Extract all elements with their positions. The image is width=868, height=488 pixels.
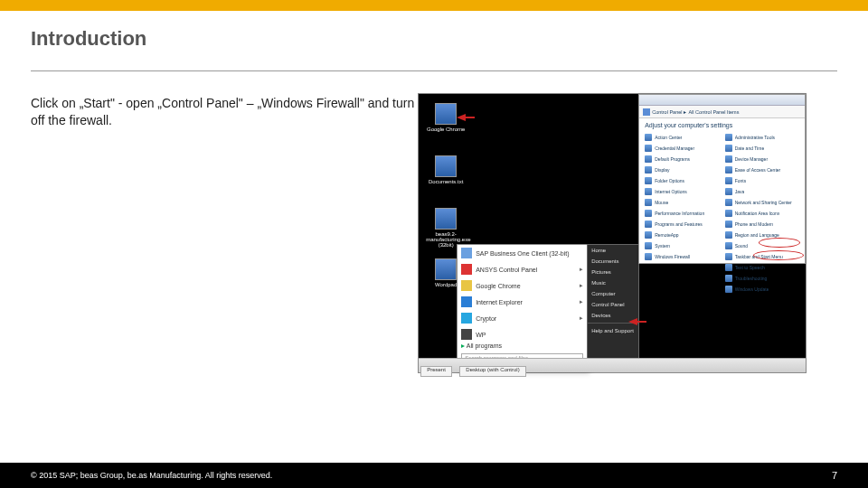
cp-item-label: Java <box>735 189 745 194</box>
start-menu-item-label: Google Chrome <box>476 283 520 289</box>
cp-item-icon <box>645 145 652 152</box>
cp-item-icon <box>645 199 652 206</box>
all-programs-link[interactable]: ▸ All programs <box>461 342 502 350</box>
right-panel-item[interactable]: Music <box>588 277 638 288</box>
all-programs-label: All programs <box>467 343 502 349</box>
control-panel-item[interactable]: System <box>645 240 720 250</box>
control-panel-item[interactable]: Fonts <box>725 175 800 185</box>
right-panel-item[interactable]: Documents <box>588 256 638 267</box>
cp-item-label: Text to Speech <box>735 265 765 270</box>
cp-item-label: RemoteApp <box>655 232 678 238</box>
breadcrumb-segment: Control Panel <box>652 109 682 115</box>
brand-top-bar <box>0 0 868 11</box>
control-panel-item[interactable]: Text to Speech <box>725 262 800 272</box>
annotation-arrow-icon <box>457 114 466 121</box>
control-panel-item[interactable]: Network and Sharing Center <box>725 197 800 207</box>
cp-item-icon <box>645 210 652 217</box>
control-panel-item[interactable]: Troubleshooting <box>725 273 800 283</box>
cp-item-label: Folder Options <box>655 178 684 183</box>
chrome-icon <box>435 103 457 125</box>
start-menu-item[interactable]: ANSYS Control Panel▸ <box>458 261 587 277</box>
control-panel-item[interactable]: Date and Time <box>725 143 800 153</box>
control-panel-item[interactable]: Display <box>645 164 720 174</box>
control-panel-item[interactable]: RemoteApp <box>645 230 720 239</box>
control-panel-item[interactable]: Performance Information <box>645 208 720 218</box>
control-panel-item[interactable]: Mouse <box>645 197 720 207</box>
start-menu-item[interactable]: Cryptor▸ <box>458 310 587 326</box>
text-file-icon <box>435 155 457 177</box>
cp-item-label: Region and Language <box>735 232 779 238</box>
app-icon <box>461 329 472 340</box>
control-panel-item[interactable]: Default Programs <box>645 154 720 164</box>
control-panel-item[interactable] <box>645 273 720 283</box>
content-row: Click on „Start" - open „Control Panel" … <box>0 71 868 373</box>
desktop-icon-label: Google Chrome <box>426 127 466 132</box>
cp-item-label: Phone and Modem <box>735 221 773 227</box>
page-number: 7 <box>832 470 837 481</box>
start-menu-item[interactable]: WP <box>458 326 587 343</box>
control-panel-item[interactable]: Java <box>725 186 800 196</box>
control-panel-item[interactable]: Credential Manager <box>645 143 720 153</box>
cp-item-icon <box>725 210 732 217</box>
control-panel-item[interactable]: Windows Update <box>725 284 800 294</box>
control-panel-item[interactable]: Programs and Features <box>645 219 720 229</box>
cp-item-icon <box>725 286 732 293</box>
slide-title: Introduction <box>31 27 868 51</box>
right-panel-item[interactable]: Home <box>588 245 638 256</box>
app-icon <box>461 280 472 291</box>
cp-item-icon <box>725 134 732 141</box>
desktop-icon: Google Chrome <box>426 103 466 143</box>
right-panel-item-control-panel[interactable]: Control Panel <box>588 299 638 310</box>
start-menu-item-label: WP <box>476 332 486 338</box>
control-panel-item[interactable] <box>645 262 720 272</box>
control-panel-item[interactable]: Internet Options <box>645 186 720 196</box>
cp-item-icon <box>645 166 652 174</box>
cp-item-icon <box>645 155 652 163</box>
cp-item-label: Display <box>655 167 669 173</box>
cp-item-label: Notification Area Icons <box>735 211 780 216</box>
app-icon <box>461 248 472 258</box>
start-menu: SAP Business One Client (32-bit) ANSYS C… <box>457 244 588 371</box>
control-panel-item[interactable]: Folder Options <box>645 175 720 185</box>
app-icon <box>461 296 472 307</box>
cp-item-icon <box>645 253 652 260</box>
taskbar-button[interactable]: Present <box>420 366 452 377</box>
chevron-right-icon: ▸ <box>580 314 583 322</box>
start-menu-item-label: SAP Business One Client (32-bit) <box>476 250 569 257</box>
cp-item-label: Fonts <box>735 178 747 183</box>
right-panel-item[interactable]: Pictures <box>588 267 638 277</box>
annotation-arrow-icon <box>628 318 637 325</box>
cp-item-icon <box>725 166 732 174</box>
instruction-text: Click on „Start" - open „Control Panel" … <box>31 93 418 373</box>
control-panel-item[interactable]: Notification Area Icons <box>725 208 800 218</box>
cp-item-icon <box>725 231 732 239</box>
start-menu-item[interactable]: Internet Explorer▸ <box>458 294 587 310</box>
cp-item-icon <box>725 221 732 228</box>
right-panel-item[interactable]: Computer <box>588 288 638 299</box>
cp-item-icon <box>645 231 652 239</box>
cp-item-icon <box>645 242 652 249</box>
breadcrumb[interactable]: Control Panel ▸ All Control Panel Items <box>639 106 805 118</box>
start-menu-item[interactable]: Google Chrome▸ <box>458 277 587 294</box>
start-menu-item[interactable]: SAP Business One Client (32-bit) <box>458 245 587 261</box>
control-panel-item[interactable]: Phone and Modem <box>725 219 800 229</box>
right-panel-item[interactable]: Help and Support <box>588 325 638 336</box>
window-titlebar <box>639 95 805 106</box>
cp-item-icon <box>725 145 732 152</box>
control-panel-item[interactable]: Action Center <box>645 132 720 142</box>
cp-item-icon <box>645 188 652 195</box>
control-panel-item[interactable]: Administrative Tools <box>725 132 800 142</box>
copyright-text: © 2015 SAP; beas Group, be.as Manufactur… <box>31 471 272 480</box>
cp-item-label: Mouse <box>655 200 668 205</box>
breadcrumb-segment: All Control Panel Items <box>688 109 739 115</box>
cp-item-label: Ease of Access Center <box>735 167 781 173</box>
control-panel-item[interactable]: Device Manager <box>725 154 800 164</box>
cp-item-icon <box>645 134 652 141</box>
control-panel-item[interactable]: Windows Firewall <box>645 251 720 261</box>
annotation-circle-icon <box>753 250 804 260</box>
control-panel-item[interactable] <box>645 284 720 294</box>
chevron-right-icon: ▸ <box>461 342 465 350</box>
cp-item-label: Troubleshooting <box>735 276 768 281</box>
control-panel-item[interactable]: Ease of Access Center <box>725 164 800 174</box>
taskbar-button[interactable]: Desktop (with Control) <box>459 366 525 377</box>
